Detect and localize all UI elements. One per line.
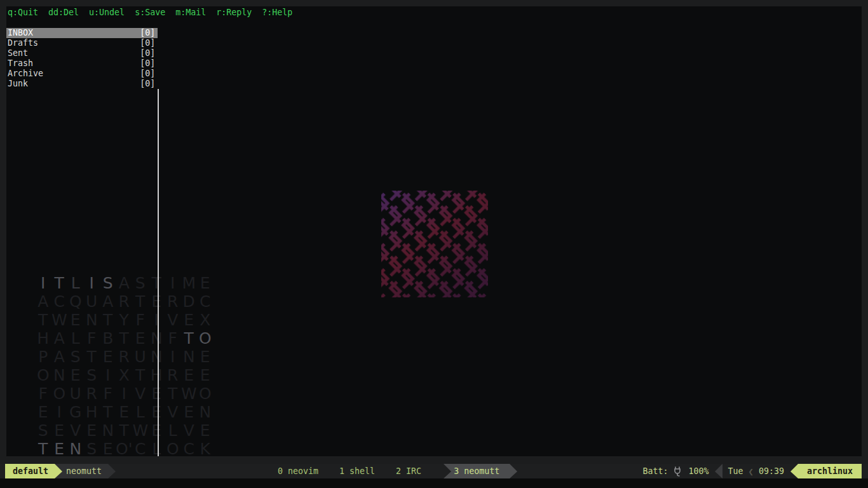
tmux-window-neovim[interactable]: 0 neovim xyxy=(278,466,318,476)
sidebar-item-drafts[interactable]: Drafts [0] xyxy=(6,38,158,48)
word-clock-letter: A xyxy=(100,292,116,311)
word-clock-letter: E xyxy=(100,348,116,366)
word-clock-letter: I xyxy=(116,384,133,403)
word-clock-letter: M xyxy=(181,274,198,292)
word-clock-letter: V xyxy=(181,421,198,440)
word-clock-letter: A xyxy=(51,348,68,366)
tmux-session-name: default xyxy=(13,466,48,476)
word-clock-letter: O xyxy=(51,384,68,403)
word-clock-letter: N xyxy=(100,421,116,440)
word-clock-letter: A xyxy=(51,329,68,348)
screen-bottom-gap xyxy=(0,478,868,488)
tmux-session-segment[interactable]: default xyxy=(5,464,55,478)
sidebar-item-trash[interactable]: Trash [0] xyxy=(6,58,158,69)
word-clock-letter: E xyxy=(100,440,116,456)
word-clock-letter: N xyxy=(181,348,198,366)
word-clock-letter: S xyxy=(84,440,100,456)
word-clock-letter: E xyxy=(132,329,149,348)
word-clock-row: TENSEO'CLOCK xyxy=(35,440,214,456)
word-clock-letter: E xyxy=(51,440,68,456)
tmux-window-shell[interactable]: 1 shell xyxy=(339,466,375,476)
word-clock-letter: O xyxy=(197,384,214,403)
word-clock-letter: R xyxy=(165,366,181,384)
word-clock-row: PASTERUNINE xyxy=(35,348,214,366)
word-clock-letter: S xyxy=(84,366,100,384)
word-clock-letter: A xyxy=(116,274,133,292)
word-clock-row: ITLISASTIME xyxy=(35,274,214,292)
clock-time: 09:39 xyxy=(759,466,784,476)
tmux-window-irc[interactable]: 2 IRC xyxy=(396,466,421,476)
word-clock-letter: F xyxy=(35,384,51,403)
word-clock-letter: S xyxy=(67,348,84,366)
word-clock-letter: L xyxy=(67,274,84,292)
word-clock-letter: W xyxy=(132,421,149,440)
word-clock-letter: R xyxy=(84,384,100,403)
word-clock-letter: N xyxy=(197,403,214,421)
maze-art xyxy=(381,191,488,297)
powerline-arrow-icon xyxy=(790,464,798,478)
word-clock-letter: T xyxy=(181,329,198,348)
word-clock-letter: S xyxy=(100,274,116,292)
word-clock-letter: Y xyxy=(116,311,133,329)
word-clock-letter: I xyxy=(165,274,181,292)
word-clock-row: FOURFIVETWO xyxy=(35,384,214,403)
sidebar-item-sent[interactable]: Sent [0] xyxy=(6,48,158,58)
word-clock-letter: T xyxy=(100,403,116,421)
tmux-window-list: 0 neovim1 shell2 IRC3 neomutt xyxy=(278,464,517,478)
word-clock-letter: N xyxy=(149,329,165,348)
tmux-window-neomutt-active[interactable]: 3 neomutt xyxy=(444,464,517,478)
word-clock-letter: S xyxy=(35,421,51,440)
word-clock-letter: E xyxy=(181,403,198,421)
word-clock-letter: O xyxy=(35,366,51,384)
word-clock-letter: U xyxy=(132,348,149,366)
word-clock-letter: X xyxy=(197,311,214,329)
sidebar-item-junk[interactable]: Junk [0] xyxy=(6,79,158,89)
battery-label: Batt: xyxy=(642,466,668,476)
word-clock-row: EIGHTELEVEN xyxy=(35,403,214,421)
word-clock-letter: W xyxy=(181,384,198,403)
word-clock-letter: T xyxy=(116,329,133,348)
tmux-status-bar: default neomutt 0 neovim1 shell2 IRC3 ne… xyxy=(0,464,868,478)
word-clock-letter: O xyxy=(197,329,214,348)
tmux-pane-title: neomutt xyxy=(66,466,102,476)
word-clock-letter: P xyxy=(35,348,51,366)
sidebar-item-archive[interactable]: Archive [0] xyxy=(6,69,158,79)
word-clock-letter: T xyxy=(165,384,181,403)
word-clock-letter: N xyxy=(149,348,165,366)
word-clock-letter: T xyxy=(149,274,165,292)
tmux-right-section: Batt: 100% Tue ❮ 09:39 archlinux xyxy=(642,464,862,478)
word-clock-letter: H xyxy=(149,366,165,384)
word-clock-letter: E xyxy=(67,366,84,384)
word-clock-letter: L xyxy=(165,421,181,440)
word-clock-letter: E xyxy=(197,366,214,384)
word-clock-row: ONESIXTHREE xyxy=(35,366,214,384)
word-clock-letter: E xyxy=(84,421,100,440)
word-clock-letter: I xyxy=(84,274,100,292)
word-clock-letter: H xyxy=(84,403,100,421)
word-clock-letter: E xyxy=(181,366,198,384)
word-clock-letter: E xyxy=(149,421,165,440)
hostname-segment: archlinux xyxy=(798,464,862,478)
sidebar-item-inbox[interactable]: INBOX [0] xyxy=(6,28,158,38)
word-clock-letter: I xyxy=(149,311,165,329)
word-clock-letter: O xyxy=(165,440,181,456)
powerline-arrow-icon xyxy=(444,464,451,478)
word-clock-letter: E xyxy=(197,348,214,366)
word-clock-letter: C xyxy=(51,292,68,311)
powerline-arrow-icon xyxy=(55,464,62,478)
word-clock-letter: I xyxy=(51,403,68,421)
word-clock-letter: R xyxy=(116,348,133,366)
word-clock-letter: U xyxy=(67,384,84,403)
word-clock-letter: E xyxy=(51,421,68,440)
word-clock-letter: L xyxy=(132,403,149,421)
word-clock-letter: C xyxy=(132,440,149,456)
word-clock-letter: W xyxy=(51,311,68,329)
word-clock-letter: T xyxy=(35,311,51,329)
word-clock-letter: T xyxy=(132,292,149,311)
word-clock-letter: V xyxy=(67,421,84,440)
tmux-pane-title-segment: neomutt xyxy=(62,464,108,478)
word-clock-letter: K xyxy=(197,440,214,456)
word-clock-row: ACQUARTERDC xyxy=(35,292,214,311)
neomutt-help-bar: q:Quit dd:Del u:Undel s:Save m:Mail r:Re… xyxy=(8,8,862,18)
word-clock-row: TWENTYFIVEX xyxy=(35,311,214,329)
